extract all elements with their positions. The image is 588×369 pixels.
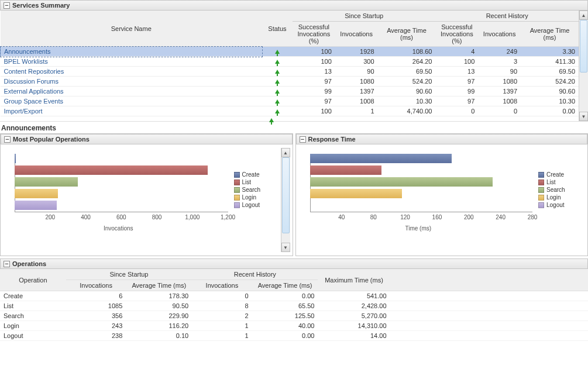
- col-rh-inv[interactable]: Invocations: [478, 22, 521, 47]
- most-popular-title: Most Popular Operations: [13, 136, 90, 143]
- ss-pct: 97: [293, 96, 335, 106]
- table-row[interactable]: Create6178.3000.00541.00: [0, 291, 588, 301]
- scroll-thumb[interactable]: [282, 157, 290, 233]
- scroll-down-button[interactable]: ▼: [579, 112, 588, 121]
- service-name-cell[interactable]: Announcements: [1, 47, 262, 57]
- colgroup-recent-history: Recent History: [435, 11, 579, 22]
- tick-label: 200: [464, 214, 474, 220]
- col-service-name[interactable]: Service Name: [1, 11, 262, 47]
- table-row[interactable]: Import/Export10014,740.00000.00: [1, 106, 579, 116]
- colgroup-recent-history: Recent History: [192, 269, 318, 280]
- status-cell: [262, 47, 293, 57]
- service-name-cell[interactable]: External Applications: [1, 87, 262, 96]
- legend-item-create: Create: [538, 171, 585, 178]
- rh-pct: 13: [435, 67, 478, 77]
- collapse-icon[interactable]: [4, 2, 10, 9]
- table-row[interactable]: Group Space Events97100810.3097100810.30: [1, 96, 579, 106]
- arrow-up-icon: [275, 99, 280, 104]
- scroll-up-button[interactable]: ▲: [579, 11, 588, 20]
- col-status[interactable]: Status: [262, 11, 293, 47]
- services-summary-panel: Services Summary Service Name Status Sin…: [0, 0, 588, 121]
- legend-swatch: [234, 172, 240, 178]
- ss-pct: 99: [293, 87, 335, 96]
- ss-pct: 100: [293, 47, 335, 57]
- legend-swatch: [538, 195, 544, 201]
- bar-create: [310, 154, 452, 163]
- col-rh-avg[interactable]: Average Time (ms): [521, 22, 579, 47]
- operations-panel: Operations Operation Since Startup Recen…: [0, 258, 588, 341]
- services-table: Service Name Status Since Startup Recent…: [0, 11, 579, 116]
- col-operation[interactable]: Operation: [0, 269, 66, 291]
- table-row[interactable]: Discussion Forums971080524.20971080524.2…: [1, 77, 579, 87]
- ss-avg: 524.20: [378, 77, 436, 87]
- rh-pct: 0: [435, 106, 478, 116]
- table-row[interactable]: Content Repositories139069.50139069.50: [1, 67, 579, 77]
- legend-label: Search: [546, 187, 565, 193]
- status-cell: [262, 67, 293, 77]
- collapse-icon[interactable]: [300, 136, 306, 143]
- service-name-cell[interactable]: Group Space Events: [1, 96, 262, 106]
- ss-avg: 90.50: [126, 301, 192, 311]
- operations-header: Operations: [0, 258, 588, 269]
- col-rh-inv[interactable]: Invocations: [192, 280, 252, 291]
- col-ss-inv[interactable]: Invocations: [66, 280, 126, 291]
- colgroup-since-startup: Since Startup: [66, 269, 192, 280]
- tick-label: 280: [528, 214, 538, 220]
- ss-avg: 116.20: [126, 321, 192, 331]
- service-name-cell[interactable]: Content Repositories: [1, 67, 262, 77]
- most-popular-panel: Most Popular Operations 2004006008001,00…: [0, 133, 293, 256]
- ss-avg: 0.10: [126, 331, 192, 341]
- arrow-up-icon: [275, 60, 280, 64]
- tick-label: 80: [370, 214, 377, 220]
- table-row[interactable]: External Applications99139790.6099139790…: [1, 87, 579, 96]
- legend-swatch: [538, 187, 544, 193]
- scroll-thumb[interactable]: [580, 20, 587, 73]
- col-ss-inv[interactable]: Invocations: [335, 22, 378, 47]
- table-row[interactable]: BPEL Worklists100300264.201003411.30: [1, 57, 579, 67]
- col-rh-pct[interactable]: Successful Invocations (%): [435, 22, 478, 47]
- col-ss-avg[interactable]: Average Time (ms): [378, 22, 436, 47]
- legend-item-login: Login: [538, 194, 585, 201]
- bar-login: [15, 189, 58, 198]
- service-name-cell[interactable]: BPEL Worklists: [1, 57, 262, 67]
- ss-pct: 97: [293, 77, 335, 87]
- chart-xlabel: Time (ms): [298, 225, 539, 232]
- operations-table: Operation Since Startup Recent History M…: [0, 269, 588, 341]
- collapse-icon[interactable]: [4, 261, 10, 267]
- collapse-icon[interactable]: [4, 136, 11, 143]
- col-ss-pct[interactable]: Successful Invocations (%): [293, 22, 335, 47]
- legend-label: Create: [546, 171, 564, 178]
- col-ss-avg[interactable]: Average Time (ms): [126, 280, 192, 291]
- service-name-cell[interactable]: Import/Export: [1, 106, 262, 116]
- rh-avg: 411.30: [521, 57, 579, 67]
- legend-item-logout: Logout: [234, 202, 281, 208]
- rh-avg: 524.20: [521, 77, 579, 87]
- col-max-time[interactable]: Maximum Time (ms): [318, 269, 390, 291]
- col-rh-avg[interactable]: Average Time (ms): [252, 280, 318, 291]
- tick-label: 200: [45, 214, 55, 220]
- ss-avg: 178.30: [126, 291, 192, 301]
- operation-cell: Login: [0, 321, 66, 331]
- rh-inv: 1: [192, 321, 252, 331]
- scroll-down-button[interactable]: ▼: [281, 243, 290, 252]
- rh-pct: 97: [435, 77, 478, 87]
- legend-item-create: Create: [234, 171, 281, 178]
- most-popular-chart: 2004006008001,0001,200 Invocations: [3, 148, 234, 230]
- table-row[interactable]: Announcements1001928108.6042493.30: [1, 47, 579, 57]
- max-time: 2,428.00: [318, 301, 390, 311]
- response-time-header: Response Time: [296, 134, 588, 144]
- table-row[interactable]: Search356229.902125.505,270.00: [0, 311, 588, 321]
- scroll-up-button[interactable]: ▲: [281, 148, 290, 157]
- legend-label: List: [242, 179, 252, 185]
- rh-inv: 1397: [478, 87, 521, 96]
- service-name-cell[interactable]: Discussion Forums: [1, 77, 262, 87]
- table-row[interactable]: Logout2380.1010.0014.00: [0, 331, 588, 341]
- table-row[interactable]: List108590.50865.502,428.00: [0, 301, 588, 311]
- rh-inv: 249: [478, 47, 521, 57]
- tick-label: 160: [432, 214, 442, 220]
- chart-scrollbar[interactable]: ▲ ▼: [281, 148, 290, 252]
- ss-avg: 90.60: [378, 87, 436, 96]
- services-scrollbar[interactable]: ▲ ▼: [579, 11, 588, 121]
- table-row[interactable]: Login243116.20140.0014,310.00: [0, 321, 588, 331]
- status-cell: [262, 96, 293, 106]
